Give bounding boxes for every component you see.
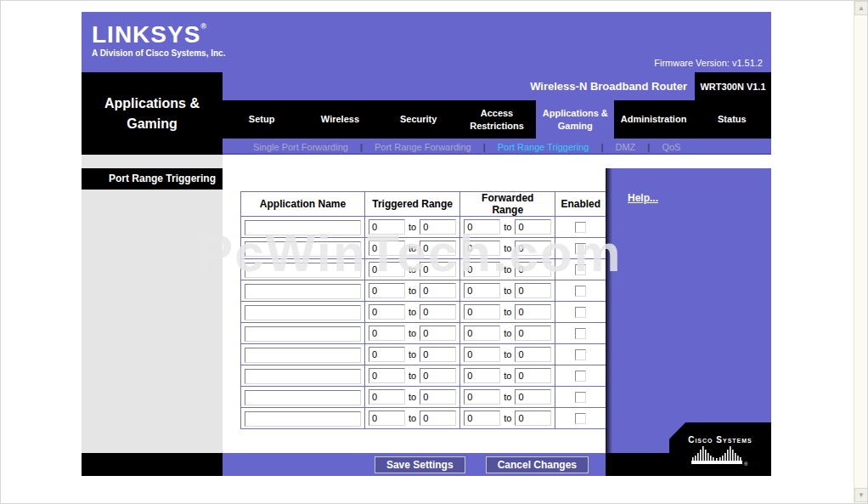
triggered-end-input[interactable] <box>420 304 456 320</box>
port-trigger-table: Application Name Triggered Range Forward… <box>240 191 606 429</box>
forwarded-start-input[interactable] <box>464 326 500 341</box>
enabled-checkbox[interactable] <box>575 286 586 297</box>
logo-tagline: A Division of Cisco Systems, Inc. <box>92 48 225 58</box>
enabled-checkbox[interactable] <box>575 307 586 318</box>
triggered-start-input[interactable] <box>369 368 405 383</box>
triggered-start-input[interactable] <box>369 389 405 405</box>
to-label: to <box>504 371 511 381</box>
to-label: to <box>409 328 416 338</box>
enabled-checkbox[interactable] <box>575 349 586 360</box>
table-row: toto <box>241 408 606 429</box>
application-name-input[interactable] <box>245 411 361 427</box>
enabled-checkbox[interactable] <box>575 392 586 403</box>
tab-applications-gaming[interactable]: Applications & Gaming <box>536 100 614 139</box>
to-label: to <box>504 286 511 296</box>
application-name-input[interactable] <box>245 326 361 342</box>
cancel-changes-button[interactable]: Cancel Changes <box>486 456 589 473</box>
application-name-input[interactable] <box>245 348 361 363</box>
scroll-up-button[interactable]: ▲ <box>854 1 868 15</box>
forwarded-end-input[interactable] <box>515 219 551 235</box>
application-name-input[interactable] <box>245 241 361 257</box>
table-row: toto <box>241 387 606 408</box>
svg-text:®: ® <box>744 462 748 467</box>
triggered-end-input[interactable] <box>420 326 456 341</box>
table-row: toto <box>241 302 606 323</box>
forwarded-end-input[interactable] <box>515 368 551 383</box>
linksys-logo-text: LINKSYS® <box>92 23 225 47</box>
to-label: to <box>504 349 511 360</box>
enabled-checkbox[interactable] <box>575 264 586 275</box>
subnav-port-range-triggering[interactable]: Port Range Triggering <box>498 142 589 152</box>
forwarded-start-input[interactable] <box>464 262 500 277</box>
subnav-port-range-forwarding[interactable]: Port Range Forwarding <box>375 142 471 152</box>
tab-administration[interactable]: Administration <box>614 100 692 139</box>
title-bar: Wireless-N Broadband Router WRT300N V1.1 <box>223 72 771 100</box>
forwarded-end-input[interactable] <box>515 241 551 256</box>
triggered-start-input[interactable] <box>369 241 405 256</box>
subnav-single-port-forwarding[interactable]: Single Port Forwarding <box>253 142 348 152</box>
forwarded-start-input[interactable] <box>464 411 500 426</box>
tab-status[interactable]: Status <box>693 100 771 139</box>
triggered-start-input[interactable] <box>369 304 405 320</box>
triggered-end-input[interactable] <box>420 389 456 405</box>
forwarded-end-input[interactable] <box>515 283 551 298</box>
triggered-end-input[interactable] <box>420 411 456 426</box>
forwarded-start-input[interactable] <box>464 241 500 256</box>
cisco-logo-text: Cisco Systems <box>688 436 752 445</box>
forwarded-start-input[interactable] <box>464 368 500 383</box>
forwarded-start-input[interactable] <box>464 304 500 320</box>
forwarded-end-input[interactable] <box>515 262 551 277</box>
subnav-dmz[interactable]: DMZ <box>615 142 635 152</box>
application-name-input[interactable] <box>245 284 361 299</box>
table-row: toto <box>241 280 606 302</box>
tab-security[interactable]: Security <box>380 100 458 139</box>
triggered-start-input[interactable] <box>369 347 405 362</box>
help-link[interactable]: Help... <box>628 192 658 204</box>
application-name-input[interactable] <box>245 305 361 320</box>
triggered-start-input[interactable] <box>369 262 405 277</box>
tab-access-restrictions[interactable]: Access Restrictions <box>458 100 536 139</box>
forwarded-end-input[interactable] <box>515 389 551 405</box>
subnav-separator: | <box>647 142 650 152</box>
forwarded-end-input[interactable] <box>515 411 551 426</box>
triggered-end-input[interactable] <box>420 241 456 256</box>
table-row: toto <box>241 238 606 259</box>
triggered-start-input[interactable] <box>369 283 405 298</box>
tab-setup[interactable]: Setup <box>223 100 301 139</box>
application-name-input[interactable] <box>245 263 361 278</box>
save-settings-button[interactable]: Save Settings <box>375 456 465 473</box>
forwarded-end-input[interactable] <box>515 347 551 362</box>
enabled-checkbox[interactable] <box>575 222 586 233</box>
forwarded-start-input[interactable] <box>464 347 500 362</box>
application-name-input[interactable] <box>245 390 361 405</box>
forwarded-end-input[interactable] <box>515 304 551 320</box>
triggered-end-input[interactable] <box>420 368 456 383</box>
forwarded-start-input[interactable] <box>464 283 500 298</box>
enabled-checkbox[interactable] <box>575 243 586 254</box>
triggered-end-input[interactable] <box>420 283 456 298</box>
triggered-end-input[interactable] <box>420 262 456 277</box>
header-triggered-range: Triggered Range <box>365 192 460 217</box>
enabled-checkbox[interactable] <box>575 371 586 382</box>
application-name-input[interactable] <box>245 369 361 384</box>
triggered-end-input[interactable] <box>420 347 456 362</box>
enabled-checkbox[interactable] <box>575 413 586 424</box>
bottom-bar: Save Settings Cancel Changes <box>82 453 771 476</box>
subnav-separator: | <box>483 142 486 152</box>
help-sidebar: Help... <box>606 168 771 453</box>
triggered-start-input[interactable] <box>369 326 405 341</box>
scroll-down-button[interactable]: ▼ <box>854 488 868 502</box>
enabled-checkbox[interactable] <box>575 328 586 339</box>
vertical-scrollbar[interactable]: ▲ ▼ <box>854 0 868 504</box>
triggered-start-input[interactable] <box>369 219 405 235</box>
forwarded-end-input[interactable] <box>515 326 551 341</box>
table-row: toto <box>241 365 606 387</box>
router-name: Wireless-N Broadband Router <box>223 80 695 93</box>
triggered-end-input[interactable] <box>420 219 456 235</box>
triggered-start-input[interactable] <box>369 411 405 426</box>
subnav-qos[interactable]: QoS <box>662 142 680 152</box>
forwarded-start-input[interactable] <box>464 389 500 405</box>
application-name-input[interactable] <box>245 220 361 235</box>
tab-wireless[interactable]: Wireless <box>301 100 379 139</box>
forwarded-start-input[interactable] <box>464 219 500 235</box>
